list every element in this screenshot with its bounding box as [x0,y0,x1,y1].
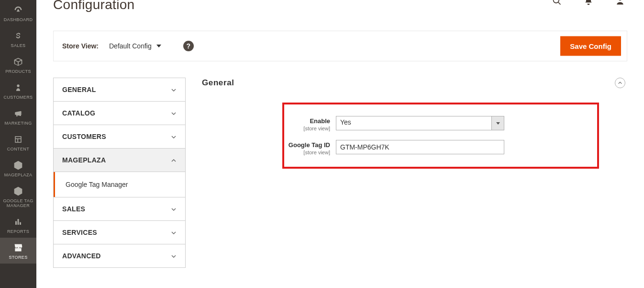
gauge-icon [12,5,24,15]
field-tag-id-scope: [store view] [284,150,330,155]
acc-services: SERVICES [53,220,186,244]
acc-label: MAGEPLAZA [62,156,106,164]
field-enable: Enable [store view] Yes [284,116,591,131]
sidenav-label: PRODUCTS [5,69,31,74]
sidenav-label: REPORTS [7,229,29,234]
bell-icon[interactable] [584,0,593,6]
field-tag-id-label: Google Tag ID [284,141,330,149]
chevron-up-icon [171,157,177,163]
chevron-down-icon [171,230,177,235]
acc-label: SERVICES [62,229,97,236]
search-icon[interactable] [552,0,562,6]
sidenav-dashboard[interactable]: DASHBOARD [0,0,36,26]
admin-sidenav: DASHBOARD SALES PRODUCTS CUSTOMERS MARKE… [0,0,36,288]
sidenav-label: CUSTOMERS [4,95,33,100]
acc-advanced: ADVANCED [53,244,186,268]
header-icons [552,0,625,6]
enable-select[interactable]: Yes [336,116,492,130]
config-form-area: General Enable [store view] Yes [186,78,627,268]
field-enable-scope: [store view] [284,126,330,131]
sidenav-label: CONTENT [7,147,29,151]
sidenav-reports[interactable]: REPORTS [0,212,36,238]
field-google-tag-id: Google Tag ID [store view] [284,140,591,155]
acc-label: CUSTOMERS [62,133,106,140]
acc-label: GENERAL [62,86,96,93]
svg-point-0 [554,0,559,3]
dollar-icon [12,31,24,41]
acc-sales: SALES [53,197,186,220]
sidenav-label: MARKETING [4,121,32,126]
acc-sub-label: Google Tag Manager [66,181,128,188]
sidenav-label: DASHBOARD [4,17,33,22]
acc-header-customers[interactable]: CUSTOMERS [54,125,185,148]
chevron-down-icon [171,253,177,259]
acc-mageplaza: MAGEPLAZA Google Tag Manager [53,148,186,197]
acc-label: ADVANCED [62,252,101,260]
store-view-select[interactable]: Default Config [109,42,161,50]
sidenav-label: SALES [11,43,25,48]
google-tag-id-input[interactable] [336,140,504,154]
chevron-down-icon [171,110,177,116]
storefront-icon [12,242,24,253]
acc-general: GENERAL [53,78,186,101]
save-config-button[interactable]: Save Config [560,36,621,56]
chevron-down-icon [171,134,177,139]
hexagon-icon [12,160,24,171]
acc-header-services[interactable]: SERVICES [54,221,185,244]
help-icon[interactable]: ? [183,41,194,51]
toolbar: Store View: Default Config ? Save Config [53,31,627,61]
bar-chart-icon [12,217,24,227]
chevron-down-icon [171,87,177,92]
acc-header-advanced[interactable]: ADVANCED [54,244,185,267]
config-accordion: GENERAL CATALOG CUSTOMERS MAGEPLAZA [53,78,186,268]
acc-sub-gtm[interactable]: Google Tag Manager [54,172,185,197]
sidenav-label: GOOGLE TAG MANAGER [3,198,33,208]
megaphone-icon [12,108,24,119]
acc-catalog: CATALOG [53,101,186,125]
sidenav-mageplaza[interactable]: MAGEPLAZA [0,155,36,181]
acc-header-general[interactable]: GENERAL [54,78,185,101]
layout-icon [12,134,24,145]
highlighted-fields-box: Enable [store view] Yes Google Tag ID [s… [282,103,599,169]
enable-select-arrow[interactable] [492,116,504,130]
acc-customers: CUSTOMERS [53,125,186,148]
store-view-value: Default Config [109,42,152,50]
sidenav-customers[interactable]: CUSTOMERS [0,78,36,104]
sidenav-gtm[interactable]: GOOGLE TAG MANAGER [0,181,36,212]
user-icon[interactable] [615,0,625,6]
person-icon [12,82,24,93]
page-title: Configuration [53,0,627,12]
sidenav-products[interactable]: PRODUCTS [0,52,36,78]
sidenav-content[interactable]: CONTENT [0,129,36,155]
acc-header-sales[interactable]: SALES [54,197,185,220]
section-collapse-toggle[interactable] [615,78,625,88]
field-enable-label: Enable [284,117,330,125]
sidenav-marketing[interactable]: MARKETING [0,104,36,129]
acc-header-mageplaza[interactable]: MAGEPLAZA [54,149,185,172]
chevron-down-icon [171,206,177,212]
sidenav-label: MAGEPLAZA [4,173,33,177]
box-icon [12,57,24,67]
section-title: General [202,78,234,88]
acc-label: CATALOG [62,109,95,117]
store-view-label: Store View: [62,42,99,50]
acc-label: SALES [62,205,85,213]
sidenav-sales[interactable]: SALES [0,26,36,52]
acc-header-catalog[interactable]: CATALOG [54,102,185,125]
sidenav-label: STORES [9,255,27,260]
acc-sub-mageplaza: Google Tag Manager [54,172,185,197]
hexagon-icon [12,186,24,196]
sidenav-stores[interactable]: STORES [0,238,36,264]
